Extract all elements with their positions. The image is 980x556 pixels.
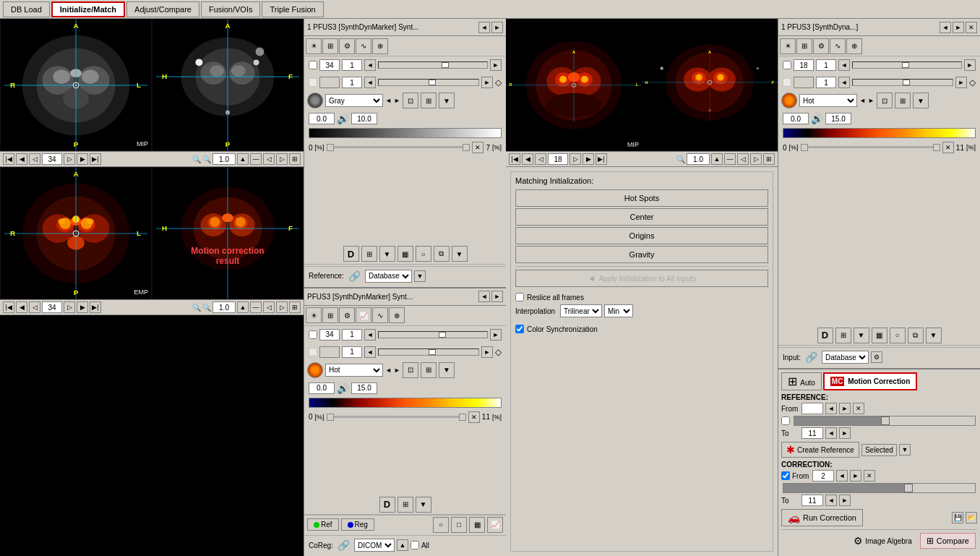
- circle-btn[interactable]: ○: [416, 246, 431, 262]
- r-frame-prev[interactable]: ◄: [838, 59, 850, 71]
- coreg-up[interactable]: ▲: [397, 539, 408, 551]
- rp-close[interactable]: ✕: [966, 22, 977, 33]
- selected-btn[interactable]: Selected: [861, 444, 897, 456]
- ref-from-next[interactable]: ►: [839, 403, 851, 414]
- ref-from-input[interactable]: [801, 403, 823, 414]
- b-extra2[interactable]: □: [451, 517, 467, 533]
- r-opacity-check[interactable]: [783, 78, 791, 87]
- r-grid2[interactable]: ⊞: [835, 328, 851, 343]
- b-max-val[interactable]: 15.0: [351, 382, 377, 394]
- r-frame-1[interactable]: 18: [794, 59, 814, 71]
- opacity-next[interactable]: ►: [481, 77, 493, 88]
- r-opacity-2[interactable]: [816, 77, 836, 88]
- first-frame-btn-bottom[interactable]: |◀: [3, 301, 14, 313]
- table-btn[interactable]: ▦: [397, 246, 413, 262]
- c-next2[interactable]: ▷: [569, 153, 581, 165]
- r-settings[interactable]: ⚙: [813, 38, 829, 54]
- create-reference-btn[interactable]: ✱ Create Reference: [781, 442, 859, 458]
- colormap-select-top[interactable]: Gray: [325, 94, 383, 107]
- r-min-val[interactable]: 0.0: [783, 113, 809, 124]
- r-hot-gradient[interactable]: [783, 128, 976, 138]
- r-cmap-prev[interactable]: ◄: [859, 97, 866, 104]
- colormap-prev[interactable]: ◄: [385, 97, 392, 104]
- c-nav1[interactable]: —: [724, 153, 736, 165]
- last-frame-btn-top[interactable]: ▶|: [90, 153, 101, 165]
- c-zoom-up[interactable]: ▲: [711, 153, 723, 165]
- b-copy[interactable]: ⊞: [421, 362, 437, 378]
- r-copy[interactable]: ⊞: [895, 93, 911, 108]
- bottom-panel-next[interactable]: ►: [491, 291, 503, 302]
- center-btn[interactable]: Center: [515, 208, 768, 226]
- next-frame-btn-bottom[interactable]: ▶: [77, 301, 88, 313]
- r-frame-check[interactable]: [783, 61, 791, 69]
- origins-btn[interactable]: Origins: [515, 227, 768, 244]
- r-opacity-next[interactable]: ►: [955, 77, 967, 88]
- zoom-nav-bottom[interactable]: —: [250, 301, 262, 313]
- ref-from-del[interactable]: ✕: [853, 403, 864, 414]
- pan-right-top[interactable]: ▷: [276, 153, 288, 165]
- run-correction-btn[interactable]: 🚗 Run Correction: [781, 509, 863, 526]
- tab-adjust-compare[interactable]: Adjust/Compare: [126, 1, 199, 17]
- r-table[interactable]: ▦: [872, 328, 887, 343]
- zoom-up-top[interactable]: ▲: [237, 153, 249, 165]
- frame-input-bottom[interactable]: [42, 301, 62, 313]
- corr-from-next[interactable]: ►: [850, 470, 861, 482]
- rp-prev[interactable]: ◄: [940, 22, 951, 33]
- reslice-check[interactable]: [515, 293, 524, 301]
- interp-select[interactable]: Trilinear: [560, 304, 602, 317]
- r-max-val[interactable]: 15.0: [825, 113, 851, 124]
- c-extra[interactable]: ⊞: [763, 153, 775, 165]
- compare-btn[interactable]: ⊞ Compare: [920, 533, 976, 549]
- ref-from-prev[interactable]: ◄: [825, 403, 837, 414]
- c-frame[interactable]: 18: [548, 153, 568, 165]
- zoom-nav-top[interactable]: —: [250, 153, 262, 165]
- gray-gradient-slider[interactable]: [309, 128, 502, 138]
- c-nav2[interactable]: ◁: [737, 153, 749, 165]
- r-invert[interactable]: ⊡: [877, 93, 893, 108]
- prev-frame-btn-top[interactable]: ◀: [16, 153, 27, 165]
- r-frame-2[interactable]: 1: [816, 59, 836, 71]
- r-opacity-1[interactable]: [794, 77, 814, 88]
- b-extra4[interactable]: 📈: [487, 517, 503, 533]
- auto-tab[interactable]: ⊞ Auto: [781, 372, 822, 390]
- b-min-val[interactable]: 0.0: [309, 382, 335, 394]
- b-frame-prev[interactable]: ◄: [364, 329, 376, 341]
- c-zoom[interactable]: 1.0: [687, 153, 710, 165]
- c-prev2[interactable]: ◁: [535, 153, 546, 165]
- b-pct-reset[interactable]: ✕: [468, 411, 480, 423]
- r-grid[interactable]: ⊞: [796, 38, 812, 54]
- settings-tool[interactable]: ⚙: [339, 38, 355, 54]
- corr-from-del[interactable]: ✕: [864, 470, 875, 482]
- r-colormap-select[interactable]: Hot: [799, 94, 857, 107]
- r-d-btn[interactable]: D: [817, 328, 833, 343]
- b-frame-next[interactable]: ►: [490, 329, 502, 341]
- ref-slider-check[interactable]: [781, 416, 790, 425]
- r-frame-next[interactable]: ►: [964, 59, 976, 71]
- next-frame-btn-top[interactable]: ▶: [77, 153, 88, 165]
- extra-bottom[interactable]: ⊞: [289, 301, 301, 313]
- top-panel-next[interactable]: ►: [491, 22, 503, 33]
- frame-input-top[interactable]: [42, 153, 62, 165]
- b-arrow-btn[interactable]: ▼: [416, 497, 431, 513]
- min-select[interactable]: Min: [604, 304, 633, 317]
- frame-val-1[interactable]: 34: [319, 59, 340, 71]
- corr-to-input[interactable]: 11: [801, 495, 823, 506]
- opacity-check[interactable]: [309, 78, 317, 87]
- pan-right-bottom[interactable]: ▷: [276, 301, 288, 313]
- r-cmap-extra[interactable]: ▼: [913, 93, 929, 108]
- b-frame-check[interactable]: [309, 330, 317, 339]
- b-cmap-next[interactable]: ►: [394, 367, 400, 374]
- apply-init-btn[interactable]: ◄ Apply Initialization to All Inputs: [515, 270, 768, 287]
- top-panel-prev[interactable]: ◄: [478, 22, 490, 33]
- b-settings[interactable]: ⚙: [339, 307, 355, 323]
- corr-from-input[interactable]: 2: [812, 470, 834, 482]
- corr-check[interactable]: [781, 471, 790, 480]
- ref-down[interactable]: ▼: [414, 270, 426, 282]
- colormap-select-hot[interactable]: Hot: [325, 364, 383, 377]
- r-clip[interactable]: ⧉: [908, 328, 924, 343]
- b-cmap-extra[interactable]: ▼: [439, 362, 455, 378]
- frame-prev[interactable]: ◄: [364, 59, 376, 71]
- b-brightness[interactable]: ☀: [306, 307, 322, 323]
- extra-btn[interactable]: ▼: [452, 246, 468, 262]
- opacity-val-2[interactable]: [342, 77, 362, 88]
